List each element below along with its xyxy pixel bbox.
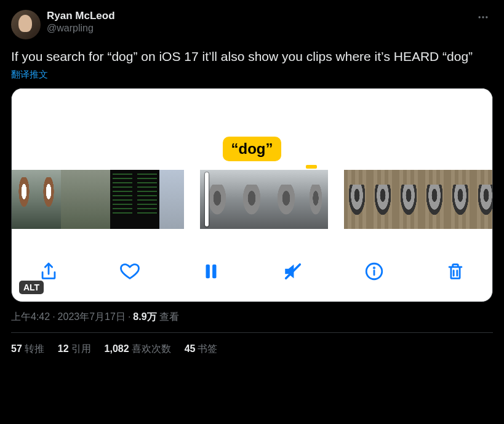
thumb: [12, 170, 36, 229]
svg-point-2: [486, 16, 487, 18]
thumb: [86, 170, 110, 229]
meta-time[interactable]: 上午4:42: [11, 311, 50, 322]
clip-gap: [184, 170, 200, 229]
media-card[interactable]: “dog”: [11, 88, 493, 302]
heart-icon[interactable]: [116, 258, 143, 285]
svg-point-1: [482, 16, 484, 18]
svg-rect-3: [206, 265, 210, 279]
thumb: [303, 170, 328, 229]
stats-row: 57转推 12引用 1,082喜欢次数 45书签: [11, 333, 493, 367]
media-toolbar: [12, 249, 492, 294]
thumb: [422, 170, 447, 229]
tweet-meta: 上午4:42·2023年7月17日·8.9万 查看: [11, 311, 493, 324]
bookmarks-stat[interactable]: 45书签: [185, 343, 218, 356]
thumb: [473, 170, 493, 229]
filmstrip: [12, 170, 492, 229]
caption-bubble: “dog”: [223, 137, 282, 161]
alt-badge[interactable]: ALT: [19, 281, 44, 294]
likes-stat[interactable]: 1,082喜欢次数: [105, 343, 171, 356]
svg-rect-4: [213, 265, 217, 279]
clip-group-2: [200, 170, 328, 229]
svg-point-0: [479, 16, 481, 18]
mute-icon[interactable]: [279, 258, 306, 285]
thumb: [269, 170, 303, 229]
avatar[interactable]: [11, 10, 41, 39]
thumb: [61, 170, 86, 229]
handle: @warpling: [47, 22, 467, 35]
retweets-stat[interactable]: 57转推: [11, 343, 44, 356]
views-count[interactable]: 8.9万: [133, 311, 156, 322]
views-label: 查看: [159, 311, 179, 322]
pause-icon[interactable]: [198, 258, 225, 285]
translate-link[interactable]: 翻译推文: [11, 69, 493, 81]
caption-marker: [306, 165, 317, 169]
thumb: [344, 170, 370, 229]
meta-date[interactable]: 2023年7月17日: [58, 311, 126, 322]
thumb: [447, 170, 473, 229]
tweet-header: Ryan McLeod @warpling: [11, 10, 493, 39]
clip-group-3: [344, 170, 493, 229]
svg-point-7: [374, 268, 374, 268]
display-name: Ryan McLeod: [47, 10, 467, 22]
clip-gap: [328, 170, 344, 229]
author-names[interactable]: Ryan McLeod @warpling: [47, 10, 467, 35]
clip-group-1: [12, 170, 184, 229]
thumb: [159, 170, 184, 229]
thumb: [135, 170, 159, 229]
thumb: [110, 170, 135, 229]
trash-icon[interactable]: [442, 258, 469, 285]
thumb: [396, 170, 422, 229]
info-icon[interactable]: [361, 258, 388, 285]
thumb: [370, 170, 396, 229]
tweet-text: If you search for “dog” on iOS 17 it’ll …: [11, 48, 493, 65]
playhead[interactable]: [205, 172, 209, 226]
more-button[interactable]: [473, 10, 493, 26]
thumb: [234, 170, 269, 229]
tweet-container: Ryan McLeod @warpling If you search for …: [0, 0, 504, 367]
quotes-stat[interactable]: 12引用: [58, 343, 91, 356]
thumb: [36, 170, 61, 229]
